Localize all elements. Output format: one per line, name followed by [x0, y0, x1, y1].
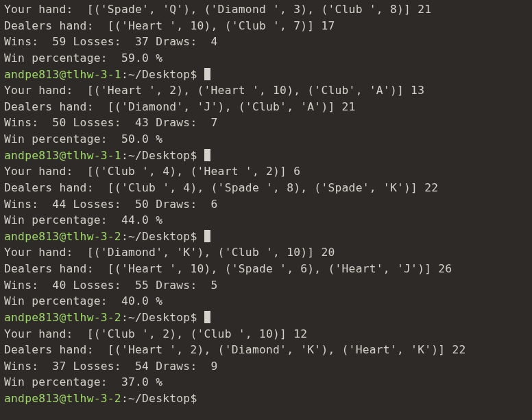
prompt-separator: :: [121, 149, 128, 162]
output-line-your-hand: Your hand: [('Club ', 2), ('Club ', 10)]…: [4, 326, 528, 342]
output-line-your-hand: Your hand: [('Heart ', 2), ('Heart ', 10…: [4, 82, 528, 99]
cursor-icon: [204, 149, 210, 161]
cursor-icon: [204, 68, 210, 80]
prompt-path: ~/Desktop: [128, 230, 190, 243]
output-line-stats: Wins: 59 Losses: 37 Draws: 4: [4, 34, 528, 50]
prompt-dollar: $: [190, 230, 204, 243]
output-line-stats: Wins: 44 Losses: 50 Draws: 6: [4, 196, 528, 213]
prompt-user-host: andpe813@tlhw-3-2: [4, 311, 121, 324]
output-line-dealers-hand: Dealers hand: [('Heart ', 10), ('Club ',…: [4, 18, 528, 34]
output-line-stats: Wins: 50 Losses: 43 Draws: 7: [4, 115, 528, 131]
terminal-output[interactable]: Your hand: [('Spade', 'Q'), ('Diamond ',…: [4, 1, 528, 407]
prompt-path: ~/Desktop: [128, 311, 190, 324]
output-line-stats: Wins: 37 Losses: 54 Draws: 9: [4, 358, 528, 375]
prompt-path: ~/Desktop: [128, 68, 190, 81]
prompt-dollar: $: [190, 149, 204, 162]
prompt-line[interactable]: andpe813@tlhw-3-1:~/Desktop$: [4, 148, 528, 164]
output-line-dealers-hand: Dealers hand: [('Heart ', 2), ('Diamond'…: [4, 342, 528, 358]
prompt-line[interactable]: andpe813@tlhw-3-1:~/Desktop$: [4, 67, 528, 83]
output-line-win-percentage: Win percentage: 37.0 %: [4, 374, 528, 390]
cursor-icon: [204, 230, 210, 242]
prompt-user-host: andpe813@tlhw-3-1: [4, 68, 121, 81]
prompt-line[interactable]: andpe813@tlhw-3-2:~/Desktop$: [4, 310, 528, 326]
prompt-line[interactable]: andpe813@tlhw-3-2:~/Desktop$: [4, 390, 528, 407]
prompt-separator: :: [121, 68, 128, 81]
prompt-separator: :: [121, 230, 128, 243]
output-line-your-hand: Your hand: [('Diamond', 'K'), ('Club ', …: [4, 244, 528, 261]
output-line-your-hand: Your hand: [('Club ', 4), ('Heart ', 2)]…: [4, 163, 528, 180]
output-line-stats: Wins: 40 Losses: 55 Draws: 5: [4, 277, 528, 294]
prompt-dollar: $: [190, 68, 204, 81]
prompt-user-host: andpe813@tlhw-3-1: [4, 149, 121, 162]
prompt-user-host: andpe813@tlhw-3-2: [4, 230, 121, 243]
output-line-dealers-hand: Dealers hand: [('Diamond', 'J'), ('Club'…: [4, 99, 528, 115]
prompt-dollar: $: [190, 311, 204, 324]
output-line-dealers-hand: Dealers hand: [('Heart ', 10), ('Spade '…: [4, 261, 528, 277]
output-line-win-percentage: Win percentage: 50.0 %: [4, 131, 528, 148]
prompt-separator: :: [121, 392, 128, 405]
output-line-win-percentage: Win percentage: 59.0 %: [4, 50, 528, 67]
prompt-dollar: $: [190, 392, 204, 405]
prompt-separator: :: [121, 311, 128, 324]
output-line-your-hand: Your hand: [('Spade', 'Q'), ('Diamond ',…: [4, 1, 528, 18]
output-line-dealers-hand: Dealers hand: [('Club ', 4), ('Spade ', …: [4, 180, 528, 196]
output-line-win-percentage: Win percentage: 40.0 %: [4, 293, 528, 310]
prompt-path: ~/Desktop: [128, 149, 190, 162]
cursor-icon: [204, 311, 210, 323]
output-line-win-percentage: Win percentage: 44.0 %: [4, 212, 528, 229]
prompt-path: ~/Desktop: [128, 392, 190, 405]
prompt-user-host: andpe813@tlhw-3-2: [4, 392, 121, 405]
prompt-line[interactable]: andpe813@tlhw-3-2:~/Desktop$: [4, 229, 528, 245]
